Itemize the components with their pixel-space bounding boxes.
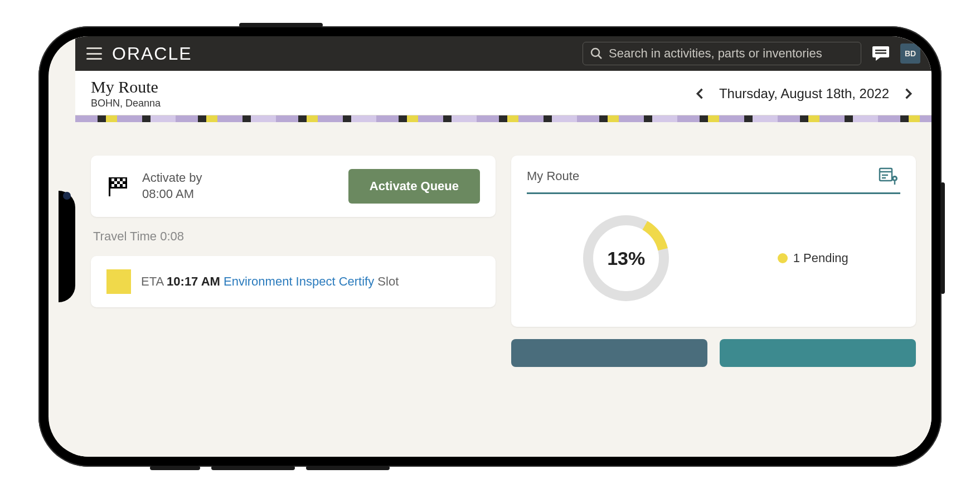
activate-text: Activate by 08:00 AM xyxy=(142,170,337,202)
eta-suffix: Slot xyxy=(377,274,399,288)
flag-icon xyxy=(106,174,131,199)
tile-row xyxy=(511,339,916,367)
current-date[interactable]: Thursday, August 18th, 2022 xyxy=(719,86,889,102)
page-title: My Route xyxy=(91,78,692,96)
activate-queue-button[interactable]: Activate Queue xyxy=(348,169,480,204)
route-map-icon[interactable] xyxy=(878,167,900,186)
search-field[interactable] xyxy=(583,42,861,65)
status-square-icon xyxy=(106,269,131,294)
eta-prefix: ETA xyxy=(141,274,163,288)
donut-percent: 13% xyxy=(607,248,645,269)
chat-icon[interactable] xyxy=(871,45,890,62)
svg-rect-8 xyxy=(111,178,114,181)
activity-link[interactable]: Environment Inspect Certify xyxy=(224,274,374,288)
hamburger-menu-icon[interactable] xyxy=(86,47,102,60)
decorative-strip xyxy=(75,115,932,122)
phone-button-right xyxy=(940,182,945,294)
phone-button-bottom-1 xyxy=(150,466,200,470)
left-column: Activate by 08:00 AM Activate Queue Trav… xyxy=(91,156,496,457)
activity-card[interactable]: ETA 10:17 AM Environment Inspect Certify… xyxy=(91,256,496,307)
svg-rect-11 xyxy=(114,181,117,184)
phone-button-top xyxy=(239,23,323,27)
legend-pending: 1 Pending xyxy=(778,251,848,265)
svg-marker-3 xyxy=(876,57,880,61)
my-route-card: My Route xyxy=(511,156,916,327)
user-name: BOHN, Deanna xyxy=(91,98,692,109)
chevron-left-icon[interactable] xyxy=(692,86,708,102)
phone-notch xyxy=(59,191,75,302)
progress-donut-chart: 13% xyxy=(579,211,673,306)
legend-dot-icon xyxy=(778,253,788,263)
date-navigator: Thursday, August 18th, 2022 xyxy=(692,86,916,102)
phone-button-bottom-2 xyxy=(211,466,295,470)
legend-label: 1 Pending xyxy=(793,251,848,265)
svg-rect-4 xyxy=(875,50,886,51)
oracle-logo: ORACLE xyxy=(112,44,192,64)
sub-header: My Route BOHN, Deanna Thursday, August 1… xyxy=(75,71,932,115)
avatar[interactable]: BD xyxy=(900,44,920,64)
activate-label: Activate by xyxy=(142,170,337,186)
chevron-right-icon[interactable] xyxy=(900,86,916,102)
activate-card: Activate by 08:00 AM Activate Queue xyxy=(91,156,496,217)
svg-rect-6 xyxy=(109,177,110,196)
phone-camera xyxy=(63,192,71,200)
eta-time: 10:17 AM xyxy=(167,274,220,288)
svg-rect-15 xyxy=(123,184,125,187)
svg-rect-10 xyxy=(123,178,125,181)
svg-rect-5 xyxy=(875,52,886,54)
svg-rect-2 xyxy=(872,46,889,57)
right-column: My Route xyxy=(511,156,916,457)
svg-rect-14 xyxy=(117,184,120,187)
activate-time: 08:00 AM xyxy=(142,186,337,202)
phone-frame: ORACLE BD My Route BOHN, Deanna Thursday… xyxy=(38,26,942,467)
search-icon xyxy=(590,47,603,60)
content-area: Activate by 08:00 AM Activate Queue Trav… xyxy=(75,122,932,457)
phone-button-bottom-3 xyxy=(306,466,390,470)
svg-line-1 xyxy=(598,55,601,59)
svg-rect-12 xyxy=(120,181,123,184)
app-bar: ORACLE BD xyxy=(75,36,932,71)
svg-point-21 xyxy=(894,177,896,180)
tile-2[interactable] xyxy=(720,339,916,367)
activity-line: ETA 10:17 AM Environment Inspect Certify… xyxy=(141,274,399,289)
travel-time-label: Travel Time 0:08 xyxy=(91,229,496,244)
svg-rect-9 xyxy=(117,178,120,181)
search-input[interactable] xyxy=(609,46,854,61)
tile-1[interactable] xyxy=(511,339,707,367)
svg-point-0 xyxy=(591,49,599,56)
route-card-title: My Route xyxy=(527,169,579,183)
svg-rect-13 xyxy=(111,184,114,187)
